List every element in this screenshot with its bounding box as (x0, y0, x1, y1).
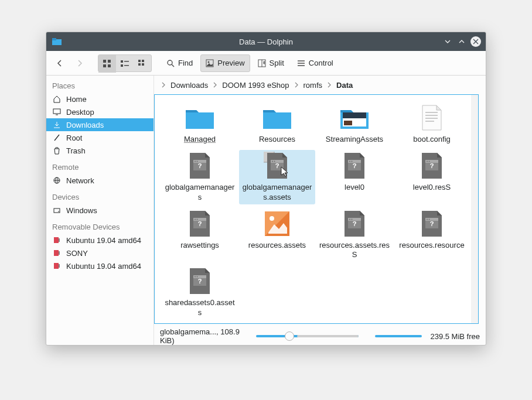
compact-view-button[interactable] (116, 55, 134, 73)
file-name: resources.assets.resS (319, 241, 390, 260)
file-item[interactable]: ?sharedassets0.assets (162, 265, 238, 320)
svg-rect-2 (103, 60, 106, 63)
breadcrumb[interactable]: DownloadsDOOM 1993 eShopromfsData (154, 76, 486, 94)
titlebar[interactable]: Data — Dolphin (46, 32, 486, 51)
maximize-button[interactable] (456, 36, 467, 47)
sidebar-item-kubuntu-19-04-amd64[interactable]: Kubuntu 19.04 amd64 (46, 259, 154, 272)
file-thumbnail: ? (415, 210, 448, 237)
trash-icon (52, 146, 62, 155)
breadcrumb-segment[interactable]: DOOM 1993 eShop (222, 81, 289, 90)
breadcrumb-segment[interactable]: romfs (303, 81, 323, 90)
sidebar-item-label: Network (66, 176, 94, 185)
svg-rect-38 (59, 251, 60, 255)
svg-rect-12 (138, 63, 141, 66)
sidebar-item-home[interactable]: Home (46, 93, 154, 105)
file-item[interactable]: Resources (239, 102, 315, 146)
file-item[interactable]: resources.assets (239, 208, 315, 262)
toolbar: Find Preview Split Control (46, 51, 486, 76)
sidebar-item-root[interactable]: Root (46, 131, 154, 144)
file-name: Managed (184, 135, 216, 144)
file-item[interactable]: ?globalgamemanagers (162, 150, 238, 204)
file-item[interactable]: ?level0 (316, 150, 393, 204)
file-thumbnail (415, 104, 448, 131)
removable-icon (52, 235, 62, 245)
chevron-right-icon (161, 82, 166, 88)
sidebar-item-kubuntu-19-04-amd64[interactable]: Kubuntu 19.04 amd64 (46, 234, 154, 247)
file-item[interactable]: ?level0.resS (394, 150, 470, 204)
sidebar-item-downloads[interactable]: Downloads (46, 118, 154, 131)
svg-text:?: ? (430, 162, 434, 169)
sidebar-item-trash[interactable]: Trash (46, 144, 154, 157)
file-thumbnail: ? (338, 152, 371, 179)
removable-icon (52, 248, 62, 258)
body: PlacesHomeDesktopDownloadsRootTrashRemot… (46, 76, 486, 345)
file-name: rawsettings (180, 241, 219, 250)
network-icon (52, 176, 62, 185)
svg-rect-13 (142, 63, 144, 66)
svg-point-71 (195, 218, 196, 220)
file-name: Resources (259, 135, 295, 144)
details-view-button[interactable] (134, 55, 151, 73)
split-label: Split (270, 59, 284, 67)
file-item[interactable]: boot.config (394, 102, 470, 146)
sidebar-item-label: Home (66, 95, 87, 104)
minimize-button[interactable] (442, 36, 453, 47)
svg-rect-10 (138, 60, 141, 62)
svg-point-83 (427, 218, 428, 220)
scrollbar[interactable] (471, 95, 478, 323)
svg-text:?: ? (198, 220, 202, 227)
forward-button[interactable] (71, 54, 88, 72)
svg-point-50 (195, 161, 196, 162)
file-item[interactable]: StreamingAssets (316, 102, 393, 146)
sidebar-item-windows[interactable]: Windows (46, 204, 154, 217)
file-thumbnail: ? (183, 152, 216, 179)
breadcrumb-segment[interactable]: Downloads (170, 81, 208, 90)
file-item[interactable]: ?globalgamemanagers.assets (239, 150, 315, 204)
sidebar-item-network[interactable]: Network (46, 174, 154, 187)
file-thumbnail (261, 210, 294, 237)
sidebar-section-title: Places (46, 76, 154, 93)
svg-text:?: ? (353, 162, 357, 169)
sidebar-item-sony[interactable]: SONY (46, 247, 154, 259)
svg-rect-7 (124, 61, 129, 62)
sidebar[interactable]: PlacesHomeDesktopDownloadsRootTrashRemot… (46, 76, 154, 345)
file-item[interactable]: ?rawsettings (162, 208, 238, 262)
find-button[interactable]: Find (161, 54, 198, 72)
control-button[interactable]: Control (292, 54, 339, 72)
app-icon (52, 38, 62, 45)
svg-text:?: ? (275, 162, 279, 169)
preview-label: Preview (217, 59, 244, 67)
file-name: level0 (345, 183, 364, 192)
svg-point-17 (208, 61, 210, 63)
sidebar-section-title: Removable Devices (46, 217, 154, 234)
icons-view-button[interactable] (98, 55, 116, 73)
removable-icon (52, 261, 62, 271)
free-space-bar (375, 335, 422, 337)
file-view[interactable]: ManagedResourcesStreamingAssetsboot.conf… (154, 94, 479, 324)
svg-point-34 (58, 211, 59, 212)
svg-rect-43 (344, 121, 352, 125)
sidebar-item-label: Kubuntu 19.04 amd64 (66, 236, 141, 245)
chevron-right-icon (327, 82, 332, 88)
svg-rect-39 (54, 263, 59, 269)
breadcrumb-segment[interactable]: Data (336, 81, 353, 90)
svg-text:?: ? (353, 220, 357, 227)
file-name: globalgamemanagers (165, 183, 235, 202)
zoom-slider[interactable] (256, 335, 358, 337)
sidebar-item-label: Kubuntu 19.04 amd64 (66, 262, 141, 271)
file-thumbnail: ? (338, 210, 371, 237)
file-item[interactable]: ?resources.assets.resS (316, 208, 393, 262)
close-button[interactable] (470, 36, 481, 47)
file-item[interactable]: ?resources.resource (394, 208, 470, 262)
drive-icon (52, 206, 62, 215)
sidebar-item-label: Downloads (66, 121, 104, 129)
window: Data — Dolphin (46, 32, 486, 346)
file-item[interactable]: Managed (162, 102, 238, 146)
svg-point-61 (349, 161, 350, 162)
svg-rect-8 (121, 64, 123, 67)
svg-rect-1 (52, 38, 56, 40)
sidebar-item-desktop[interactable]: Desktop (46, 105, 154, 118)
split-button[interactable]: Split (253, 54, 289, 72)
preview-button[interactable]: Preview (200, 54, 250, 72)
back-button[interactable] (51, 54, 69, 72)
